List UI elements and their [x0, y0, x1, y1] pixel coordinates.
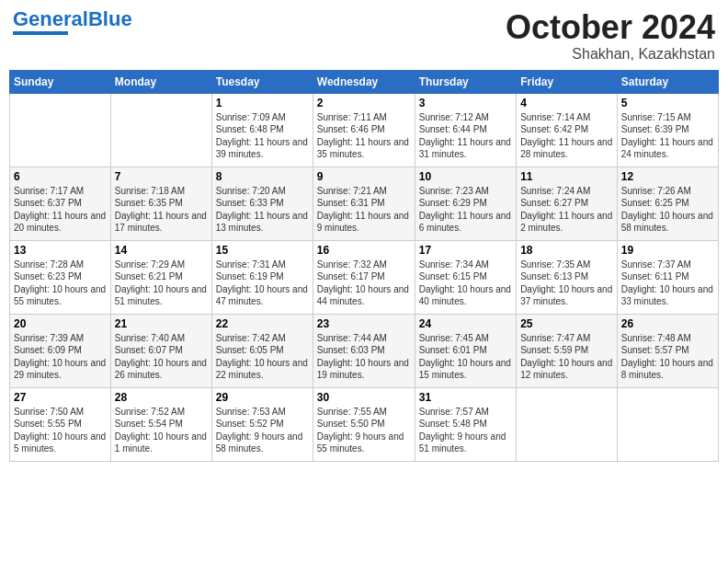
calendar-cell: 28Sunrise: 7:52 AM Sunset: 5:54 PM Dayli…	[110, 387, 211, 461]
weekday-header: Wednesday	[313, 70, 415, 93]
day-info: Sunrise: 7:57 AM Sunset: 5:48 PM Dayligh…	[419, 406, 512, 455]
day-number: 12	[621, 170, 714, 183]
calendar-row: 20Sunrise: 7:39 AM Sunset: 6:09 PM Dayli…	[10, 314, 719, 387]
logo-bar	[13, 31, 68, 35]
title-block: October 2024 Shakhan, Kazakhstan	[506, 9, 715, 63]
day-number: 26	[621, 317, 714, 330]
day-number: 7	[115, 170, 208, 183]
day-number: 24	[419, 317, 512, 330]
day-info: Sunrise: 7:40 AM Sunset: 6:07 PM Dayligh…	[115, 332, 208, 382]
day-info: Sunrise: 7:15 AM Sunset: 6:39 PM Dayligh…	[621, 111, 714, 161]
day-info: Sunrise: 7:12 AM Sunset: 6:44 PM Dayligh…	[419, 111, 512, 161]
day-info: Sunrise: 7:45 AM Sunset: 6:01 PM Dayligh…	[419, 332, 512, 382]
location-subtitle: Shakhan, Kazakhstan	[506, 46, 715, 63]
day-number: 21	[115, 317, 208, 330]
calendar-cell: 5Sunrise: 7:15 AM Sunset: 6:39 PM Daylig…	[617, 93, 718, 167]
calendar-cell: 7Sunrise: 7:18 AM Sunset: 6:35 PM Daylig…	[110, 167, 211, 240]
day-info: Sunrise: 7:37 AM Sunset: 6:11 PM Dayligh…	[621, 259, 714, 308]
day-number: 22	[216, 317, 309, 330]
day-number: 15	[216, 244, 309, 257]
day-number: 28	[115, 391, 208, 404]
calendar-cell: 24Sunrise: 7:45 AM Sunset: 6:01 PM Dayli…	[415, 314, 516, 387]
day-info: Sunrise: 7:50 AM Sunset: 5:55 PM Dayligh…	[14, 406, 107, 455]
calendar-cell: 17Sunrise: 7:34 AM Sunset: 6:15 PM Dayli…	[415, 240, 516, 314]
calendar-row: 27Sunrise: 7:50 AM Sunset: 5:55 PM Dayli…	[10, 387, 719, 461]
calendar-cell: 4Sunrise: 7:14 AM Sunset: 6:42 PM Daylig…	[517, 93, 618, 167]
logo-general: General	[13, 7, 88, 30]
day-number: 30	[317, 391, 411, 404]
calendar-cell: 9Sunrise: 7:21 AM Sunset: 6:31 PM Daylig…	[313, 167, 415, 240]
day-number: 1	[216, 97, 309, 109]
day-info: Sunrise: 7:28 AM Sunset: 6:23 PM Dayligh…	[14, 259, 107, 308]
day-number: 2	[317, 97, 411, 109]
day-info: Sunrise: 7:24 AM Sunset: 6:27 PM Dayligh…	[520, 185, 613, 235]
day-info: Sunrise: 7:32 AM Sunset: 6:17 PM Dayligh…	[317, 259, 411, 308]
day-info: Sunrise: 7:21 AM Sunset: 6:31 PM Dayligh…	[317, 185, 411, 235]
day-info: Sunrise: 7:20 AM Sunset: 6:33 PM Dayligh…	[216, 185, 309, 235]
calendar-row: 6Sunrise: 7:17 AM Sunset: 6:37 PM Daylig…	[10, 167, 719, 240]
calendar-cell: 20Sunrise: 7:39 AM Sunset: 6:09 PM Dayli…	[10, 314, 111, 387]
day-number: 5	[621, 97, 714, 109]
weekday-header: Saturday	[617, 70, 718, 93]
calendar-cell: 1Sunrise: 7:09 AM Sunset: 6:48 PM Daylig…	[211, 93, 313, 167]
calendar-cell: 16Sunrise: 7:32 AM Sunset: 6:17 PM Dayli…	[313, 240, 415, 314]
day-number: 23	[317, 317, 411, 330]
logo-blue: Blue	[88, 7, 132, 30]
day-number: 6	[14, 170, 107, 183]
calendar-cell: 8Sunrise: 7:20 AM Sunset: 6:33 PM Daylig…	[211, 167, 313, 240]
calendar-cell: 2Sunrise: 7:11 AM Sunset: 6:46 PM Daylig…	[313, 93, 415, 167]
day-info: Sunrise: 7:14 AM Sunset: 6:42 PM Dayligh…	[520, 111, 613, 161]
calendar-cell: 11Sunrise: 7:24 AM Sunset: 6:27 PM Dayli…	[517, 167, 618, 240]
calendar-cell: 23Sunrise: 7:44 AM Sunset: 6:03 PM Dayli…	[313, 314, 415, 387]
weekday-header: Thursday	[415, 70, 516, 93]
day-info: Sunrise: 7:23 AM Sunset: 6:29 PM Dayligh…	[419, 185, 512, 235]
weekday-header: Friday	[517, 70, 618, 93]
day-info: Sunrise: 7:48 AM Sunset: 5:57 PM Dayligh…	[621, 332, 714, 382]
weekday-header: Tuesday	[211, 70, 313, 93]
day-number: 20	[14, 317, 107, 330]
day-info: Sunrise: 7:44 AM Sunset: 6:03 PM Dayligh…	[317, 332, 411, 382]
day-info: Sunrise: 7:53 AM Sunset: 5:52 PM Dayligh…	[216, 406, 309, 455]
calendar-cell: 30Sunrise: 7:55 AM Sunset: 5:50 PM Dayli…	[313, 387, 415, 461]
calendar-cell	[617, 387, 718, 461]
day-number: 18	[520, 244, 613, 257]
day-info: Sunrise: 7:09 AM Sunset: 6:48 PM Dayligh…	[216, 111, 309, 161]
calendar-cell: 18Sunrise: 7:35 AM Sunset: 6:13 PM Dayli…	[517, 240, 618, 314]
day-info: Sunrise: 7:47 AM Sunset: 5:59 PM Dayligh…	[520, 332, 613, 382]
month-title: October 2024	[506, 9, 715, 46]
calendar-cell: 25Sunrise: 7:47 AM Sunset: 5:59 PM Dayli…	[517, 314, 618, 387]
weekday-header: Monday	[110, 70, 211, 93]
calendar-cell: 29Sunrise: 7:53 AM Sunset: 5:52 PM Dayli…	[211, 387, 313, 461]
day-info: Sunrise: 7:29 AM Sunset: 6:21 PM Dayligh…	[115, 259, 208, 308]
calendar-cell: 21Sunrise: 7:40 AM Sunset: 6:07 PM Dayli…	[110, 314, 211, 387]
day-number: 19	[621, 244, 714, 257]
calendar-cell: 6Sunrise: 7:17 AM Sunset: 6:37 PM Daylig…	[10, 167, 111, 240]
day-info: Sunrise: 7:55 AM Sunset: 5:50 PM Dayligh…	[317, 406, 411, 455]
day-number: 3	[419, 97, 512, 109]
day-info: Sunrise: 7:26 AM Sunset: 6:25 PM Dayligh…	[621, 185, 714, 235]
day-number: 29	[216, 391, 309, 404]
day-info: Sunrise: 7:18 AM Sunset: 6:35 PM Dayligh…	[115, 185, 208, 235]
day-number: 11	[520, 170, 613, 183]
day-number: 4	[520, 97, 613, 109]
day-info: Sunrise: 7:17 AM Sunset: 6:37 PM Dayligh…	[14, 185, 107, 235]
calendar-cell: 31Sunrise: 7:57 AM Sunset: 5:48 PM Dayli…	[415, 387, 516, 461]
day-info: Sunrise: 7:35 AM Sunset: 6:13 PM Dayligh…	[520, 259, 613, 308]
day-number: 27	[14, 391, 107, 404]
day-number: 10	[419, 170, 512, 183]
calendar-row: 1Sunrise: 7:09 AM Sunset: 6:48 PM Daylig…	[10, 93, 719, 167]
day-number: 31	[419, 391, 512, 404]
day-number: 8	[216, 170, 309, 183]
day-number: 13	[14, 244, 107, 257]
calendar-cell	[110, 93, 211, 167]
page-header: GeneralBlue October 2024 Shakhan, Kazakh…	[9, 9, 719, 63]
calendar-cell: 15Sunrise: 7:31 AM Sunset: 6:19 PM Dayli…	[211, 240, 313, 314]
day-info: Sunrise: 7:52 AM Sunset: 5:54 PM Dayligh…	[115, 406, 208, 455]
day-number: 16	[317, 244, 411, 257]
calendar-cell: 10Sunrise: 7:23 AM Sunset: 6:29 PM Dayli…	[415, 167, 516, 240]
calendar-cell	[517, 387, 618, 461]
day-number: 25	[520, 317, 613, 330]
day-number: 9	[317, 170, 411, 183]
logo-text: GeneralBlue	[13, 9, 132, 29]
calendar-cell: 27Sunrise: 7:50 AM Sunset: 5:55 PM Dayli…	[10, 387, 111, 461]
